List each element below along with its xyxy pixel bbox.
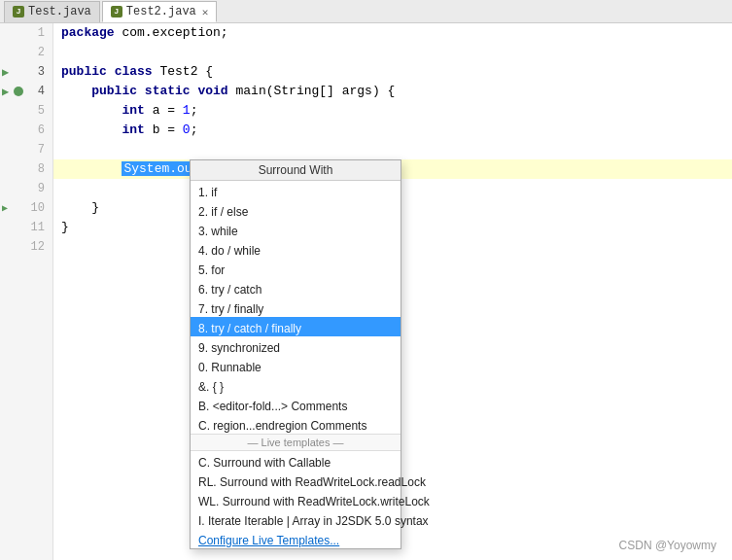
code-text [61, 122, 122, 137]
run-arrow-icon-2: ▶ [2, 85, 9, 99]
tab-label-active: Test2.java [126, 5, 196, 18]
keyword: package [61, 25, 115, 40]
line-num: 9 [38, 182, 45, 195]
popup-item-braces[interactable]: &. { } [191, 375, 401, 395]
code-line-5: int a = 1; [53, 101, 732, 121]
popup-item-region[interactable]: C. region...endregion Comments [191, 414, 401, 434]
gutter-row-9: 9 [0, 179, 52, 198]
gutter-row-3: ▶ 3 [0, 62, 52, 82]
keyword: class [115, 64, 153, 79]
live-templates-separator: — Live templates — [191, 434, 401, 451]
line-num: 11 [31, 221, 45, 234]
line-num: 1 [38, 26, 45, 40]
line-number-gutter: 1 2 ▶ 3 ▶ 4 5 6 7 8 9 ▶ 10 11 12 [0, 23, 53, 560]
ide-window: J Test.java J Test2.java ✕ 1 2 ▶ 3 ▶ 4 5… [0, 0, 732, 560]
code-text: } [61, 200, 99, 215]
tab-close-button[interactable]: ✕ [202, 6, 209, 18]
code-text: } [61, 220, 69, 234]
code-line-1: package com.exception; [53, 23, 732, 43]
gutter-row-11: 11 [0, 218, 52, 237]
tab-test2-java[interactable]: J Test2.java ✕ [102, 1, 218, 22]
code-text: b = [145, 122, 183, 137]
popup-item-for[interactable]: 5. for [191, 259, 401, 278]
code-text: main(String[] args) { [228, 84, 396, 98]
run-arrow-icon-3: ▶ [2, 202, 8, 214]
configure-live-templates-link[interactable]: Configure Live Templates... [191, 529, 401, 548]
gutter-row-5: 5 [0, 101, 52, 121]
popup-item-try-catch-finally[interactable]: 8. try / catch / finally [191, 317, 401, 336]
popup-item-editor-fold[interactable]: B. <editor-fold...> Comments [191, 395, 401, 414]
keyword: static [145, 84, 191, 98]
keyword: public [61, 64, 107, 79]
line-num: 6 [38, 123, 45, 137]
tab-label: Test.java [28, 5, 91, 18]
code-text [61, 84, 91, 98]
code-line-3: public class Test2 { [53, 62, 732, 82]
keyword: int [122, 122, 144, 137]
code-text: a = [145, 103, 183, 118]
popup-item-while[interactable]: 3. while [191, 220, 401, 239]
surround-with-popup[interactable]: Surround With 1. if 2. if / else 3. whil… [190, 159, 401, 549]
popup-item-try-catch[interactable]: 6. try / catch [191, 278, 401, 298]
gutter-row-7: 7 [0, 140, 52, 159]
breakpoint-indicator [14, 87, 23, 96]
line-num: 12 [31, 240, 45, 254]
code-text: Test2 { [153, 64, 213, 79]
gutter-row-8: 8 [0, 159, 52, 179]
code-editor[interactable]: package com.exception; public class Test… [53, 23, 732, 560]
keyword: void [197, 84, 227, 98]
number: 1 [183, 103, 191, 118]
code-text: com.exception; [115, 25, 228, 40]
code-line-4: public static void main(String[] args) { [53, 82, 732, 101]
popup-item-callable[interactable]: C. Surround with Callable [191, 451, 401, 471]
popup-item-runnable[interactable]: 0. Runnable [191, 356, 401, 375]
gutter-row-2: 2 [0, 43, 52, 62]
line-num: 10 [31, 201, 45, 215]
line-num: 7 [38, 143, 45, 157]
popup-title: Surround With [191, 160, 401, 181]
editor-area: 1 2 ▶ 3 ▶ 4 5 6 7 8 9 ▶ 10 11 12 [0, 23, 732, 560]
popup-item-synchronized[interactable]: 9. synchronized [191, 336, 401, 356]
line-num: 2 [38, 46, 45, 59]
tab-bar: J Test.java J Test2.java ✕ [0, 0, 732, 23]
keyword: public [91, 84, 137, 98]
code-text [61, 103, 122, 118]
java-file-icon-2: J [111, 6, 122, 18]
code-line-2 [53, 43, 732, 62]
gutter-row-12: 12 [0, 237, 52, 257]
popup-item-readlock[interactable]: RL. Surround with ReadWriteLock.readLock [191, 471, 401, 490]
popup-item-try-finally[interactable]: 7. try / finally [191, 298, 401, 317]
popup-item-iterate[interactable]: I. Iterate Iterable | Array in J2SDK 5.0… [191, 509, 401, 529]
popup-item-if-else[interactable]: 2. if / else [191, 200, 401, 220]
gutter-row-6: 6 [0, 121, 52, 140]
code-text: ; [191, 122, 198, 137]
line-num: 5 [38, 104, 45, 118]
watermark: CSDN @Yoyowmy [619, 539, 716, 552]
popup-item-do-while[interactable]: 4. do / while [191, 239, 401, 259]
code-line-6: int b = 0; [53, 121, 732, 140]
gutter-row-10: ▶ 10 [0, 198, 52, 218]
number: 0 [183, 122, 191, 137]
popup-item-if[interactable]: 1. if [191, 181, 401, 200]
gutter-row-1: 1 [0, 23, 52, 43]
code-text [137, 84, 145, 98]
gutter-row-4: ▶ 4 [0, 82, 52, 101]
code-line-7 [53, 140, 732, 159]
java-file-icon: J [13, 6, 24, 18]
line-num: 8 [38, 162, 45, 176]
line-num: 4 [38, 85, 45, 98]
code-text: ; [191, 103, 198, 118]
run-arrow-icon: ▶ [2, 65, 9, 80]
keyword: int [122, 103, 144, 118]
line-num: 3 [38, 65, 45, 79]
popup-item-writelock[interactable]: WL. Surround with ReadWriteLock.writeLoc… [191, 490, 401, 509]
tab-test-java[interactable]: J Test.java [4, 1, 100, 22]
code-text [61, 161, 122, 176]
code-text [107, 64, 115, 79]
